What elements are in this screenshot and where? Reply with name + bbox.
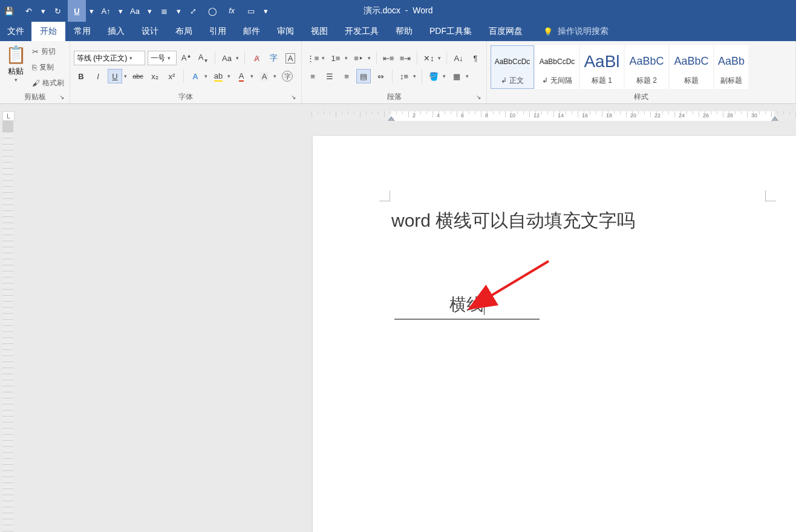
text-effects-button[interactable]: A▾ (188, 69, 209, 83)
italic-icon: I (97, 72, 99, 81)
multilevel-button[interactable]: ≡‣▾ (351, 51, 372, 65)
object-icon: ▭ (247, 7, 255, 16)
ribbon-home: 📋 粘贴 ▾ ✂剪切 ⎘复制 🖌格式刷 剪贴板 ↘ 等线 (中文正文)▾ 一号▾… (0, 41, 796, 104)
inc-indent-button[interactable]: ≡⇥ (398, 51, 413, 65)
underline-text-field[interactable]: 横线 (394, 293, 540, 320)
cut-button[interactable]: ✂剪切 (30, 45, 66, 58)
phonetic-button[interactable]: 字 (266, 51, 281, 65)
numbering-button[interactable]: 1≡▾ (328, 51, 349, 65)
font-dialog-launcher[interactable]: ↘ (289, 94, 298, 102)
qat-more-1[interactable]: ▾ (116, 0, 125, 22)
horizontal-ruler[interactable]: 24681012141618202224262830 (312, 111, 796, 121)
document-canvas[interactable]: word 横线可以自动填充文字吗 横线 (13, 121, 796, 532)
copy-button[interactable]: ⎘复制 (30, 60, 66, 74)
tab-home[interactable]: 开始 (31, 22, 65, 41)
tab-help[interactable]: 帮助 (387, 22, 421, 41)
qat-more-2[interactable]: ▾ (145, 0, 154, 22)
qat-shape[interactable]: ◯ (203, 0, 221, 22)
style-heading1[interactable]: AaBl 标题 1 (580, 45, 624, 89)
qat-underline-more[interactable]: ▾ (87, 0, 96, 22)
style-subtitle[interactable]: AaBb 副标题 (714, 45, 748, 89)
qat-font-grow[interactable]: A↑ (97, 0, 115, 22)
subscript-icon: x₂ (151, 72, 158, 81)
strike-button[interactable]: abc (131, 69, 145, 83)
tab-mailings[interactable]: 邮件 (235, 22, 269, 41)
change-case-button[interactable]: Aa▾ (220, 51, 240, 65)
style-normal[interactable]: AaBbCcDc ↲ 正文 (491, 45, 534, 89)
superscript-button[interactable]: x² (165, 69, 179, 83)
ruler-tab-selector[interactable]: L (2, 111, 15, 121)
font-color-icon: A (239, 71, 244, 82)
style-heading2[interactable]: AaBbC 标题 2 (625, 45, 668, 89)
shrink-font-button[interactable]: A▼ (196, 51, 210, 65)
style-nospacing[interactable]: AaBbCcDc ↲ 无间隔 (535, 45, 579, 89)
shading-button[interactable]: 🪣▾ (426, 69, 447, 83)
asian-layout-button[interactable]: ✕↕▾ (422, 51, 442, 65)
subscript-button[interactable]: x₂ (148, 69, 162, 83)
qat-expand[interactable]: ⤢ (184, 0, 202, 22)
line-spacing-button[interactable]: ↕≡▾ (397, 69, 417, 83)
qat-fx[interactable]: fx (223, 0, 241, 22)
tab-developer[interactable]: 开发工具 (336, 22, 387, 41)
tell-me-search[interactable]: 💡 操作说明搜索 (543, 22, 608, 41)
align-left-button[interactable]: ≡ (305, 69, 320, 83)
qat-undo[interactable]: ↶ (19, 0, 38, 22)
fx-icon: fx (229, 7, 234, 15)
paste-button[interactable]: 📋 粘贴 ▾ (4, 44, 28, 91)
qat-more-3[interactable]: ▾ (174, 0, 183, 22)
qat-customize[interactable]: ▾ (261, 0, 270, 22)
char-shading-button[interactable]: A▾ (257, 69, 278, 83)
vertical-ruler[interactable] (2, 121, 13, 532)
align-center-button[interactable]: ☰ (322, 69, 337, 83)
bullets-button[interactable]: ⋮≡▾ (305, 51, 326, 65)
tab-layout[interactable]: 布局 (167, 22, 201, 41)
enclose-char-icon: 字 (282, 71, 293, 82)
enclose-char-button[interactable]: 字 (280, 69, 295, 83)
paste-label: 粘贴 (8, 66, 24, 77)
tab-insert[interactable]: 插入 (99, 22, 133, 41)
tab-design[interactable]: 设计 (133, 22, 167, 41)
tab-references[interactable]: 引用 (201, 22, 235, 41)
tab-pdf-tools[interactable]: PDF工具集 (421, 22, 480, 41)
format-painter-button[interactable]: 🖌格式刷 (30, 76, 66, 89)
borders-button[interactable]: ▦▾ (449, 69, 470, 83)
qat-underline[interactable]: U (68, 0, 86, 22)
distribute-button[interactable]: ⇔ (373, 69, 388, 83)
tab-baidu[interactable]: 百度网盘 (480, 22, 531, 41)
tab-file[interactable]: 文件 (0, 22, 31, 41)
dec-indent-button[interactable]: ⇤≡ (381, 51, 396, 65)
qat-change-case[interactable]: Aa (126, 0, 144, 22)
qat-redo[interactable]: ↻ (48, 0, 67, 22)
justify-button[interactable]: ▤ (356, 69, 371, 83)
clipboard-dialog-launcher[interactable]: ↘ (57, 94, 66, 102)
qat-object[interactable]: ▭ (242, 0, 260, 22)
style-title[interactable]: AaBbC 标题 (670, 45, 713, 89)
sort-button[interactable]: A↓ (451, 51, 466, 65)
strike-icon: abc (132, 73, 143, 80)
line-spacing-icon: ↕≡ (400, 72, 408, 81)
align-right-button[interactable]: ≡ (339, 69, 354, 83)
underline-button[interactable]: U▾ (108, 69, 128, 83)
superscript-icon: x² (169, 72, 175, 81)
paragraph-dialog-launcher[interactable]: ↘ (474, 94, 483, 102)
italic-button[interactable]: I (91, 69, 105, 83)
bold-button[interactable]: B (74, 69, 88, 83)
font-color-button[interactable]: A▾ (234, 69, 255, 83)
qat-undo-more[interactable]: ▾ (39, 0, 47, 22)
font-size-combo[interactable]: 一号▾ (148, 51, 177, 65)
document-heading[interactable]: word 横线可以自动填充文字吗 (391, 209, 766, 233)
grow-font-button[interactable]: A▲ (179, 51, 194, 65)
tab-common[interactable]: 常用 (65, 22, 99, 41)
page-1[interactable]: word 横线可以自动填充文字吗 横线 (313, 136, 796, 532)
font-name-combo[interactable]: 等线 (中文正文)▾ (74, 51, 145, 65)
clear-format-button[interactable]: A̷ (249, 51, 264, 65)
qat-bullets[interactable]: ≣ (155, 0, 173, 22)
separator (446, 51, 447, 65)
qat-save[interactable]: 💾 (0, 0, 18, 22)
tab-view[interactable]: 视图 (302, 22, 336, 41)
tab-review[interactable]: 审阅 (269, 22, 302, 41)
show-marks-button[interactable]: ¶ (468, 51, 483, 65)
highlight-button[interactable]: ab▾ (211, 69, 232, 83)
font-name-value: 等线 (中文正文) (77, 53, 127, 63)
char-border-button[interactable]: A (283, 51, 298, 65)
